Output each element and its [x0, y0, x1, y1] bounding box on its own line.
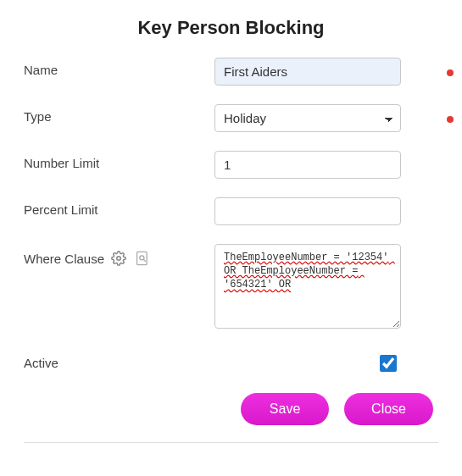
svg-line-3: [143, 259, 146, 262]
footer-separator: [24, 442, 438, 443]
row-name: Name: [24, 58, 438, 86]
number-limit-input[interactable]: [214, 151, 401, 179]
required-dot-icon: [447, 116, 454, 123]
required-dot-icon: [447, 69, 454, 76]
label-percent-limit: Percent Limit: [24, 197, 214, 217]
page-title: Key Person Blocking: [24, 17, 438, 39]
percent-limit-input[interactable]: [214, 197, 401, 225]
label-type: Type: [24, 104, 214, 124]
gear-icon[interactable]: [109, 249, 128, 268]
row-where-clause: Where Clause: [24, 244, 438, 332]
svg-point-2: [140, 256, 144, 260]
active-checkbox[interactable]: [380, 355, 397, 372]
svg-point-0: [117, 257, 121, 261]
label-active: Active: [24, 351, 214, 370]
label-number-limit: Number Limit: [24, 151, 214, 170]
label-where-clause: Where Clause: [24, 244, 214, 268]
close-button[interactable]: Close: [344, 393, 433, 425]
where-clause-textarea[interactable]: [214, 244, 401, 329]
row-number-limit: Number Limit: [24, 151, 438, 179]
search-document-icon[interactable]: [133, 249, 152, 268]
row-active: Active: [24, 351, 438, 374]
button-row: Save Close: [24, 393, 438, 425]
label-where-clause-text: Where Clause: [24, 252, 104, 266]
type-select[interactable]: Holiday: [214, 104, 401, 132]
label-name: Name: [24, 58, 214, 77]
row-type: Type Holiday: [24, 104, 438, 132]
save-button[interactable]: Save: [241, 393, 329, 425]
row-percent-limit: Percent Limit: [24, 197, 438, 225]
name-input[interactable]: [214, 58, 401, 86]
svg-rect-1: [137, 252, 148, 264]
